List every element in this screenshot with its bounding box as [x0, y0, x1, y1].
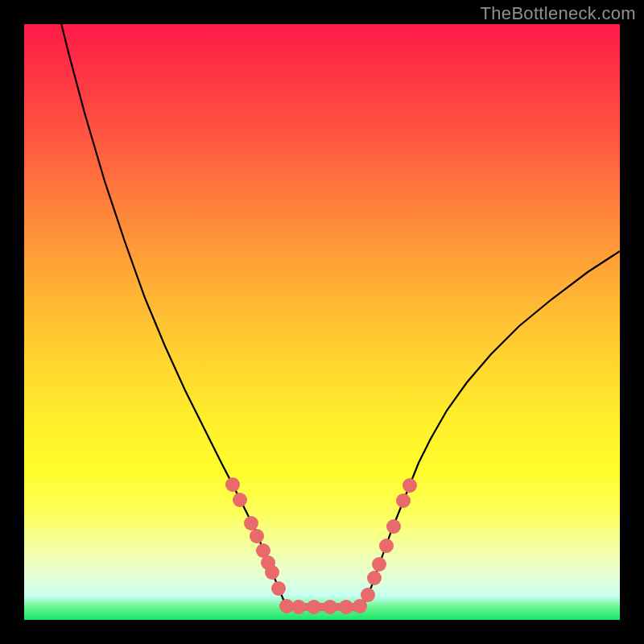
plot-svg: [24, 24, 620, 620]
marker-group: [225, 477, 417, 614]
marker-dot: [367, 571, 382, 585]
marker-dot: [396, 493, 411, 508]
marker-dot: [250, 529, 264, 543]
marker-dot: [361, 588, 375, 602]
marker-dot: [379, 539, 394, 553]
marker-dot: [323, 600, 337, 614]
marker-dot: [291, 600, 306, 614]
watermark-text: TheBottleneck.com: [481, 3, 636, 24]
marker-dot: [307, 600, 321, 614]
right-curve: [362, 251, 620, 607]
marker-dot: [339, 600, 353, 614]
chart-stage: TheBottleneck.com: [0, 0, 644, 644]
marker-dot: [402, 478, 417, 493]
marker-dot: [225, 477, 240, 492]
marker-dot: [386, 519, 401, 534]
marker-dot: [271, 581, 286, 596]
marker-dot: [244, 516, 258, 530]
marker-dot: [265, 565, 279, 580]
marker-dot: [372, 557, 386, 572]
plot-area: [24, 24, 620, 620]
marker-dot: [233, 493, 247, 507]
